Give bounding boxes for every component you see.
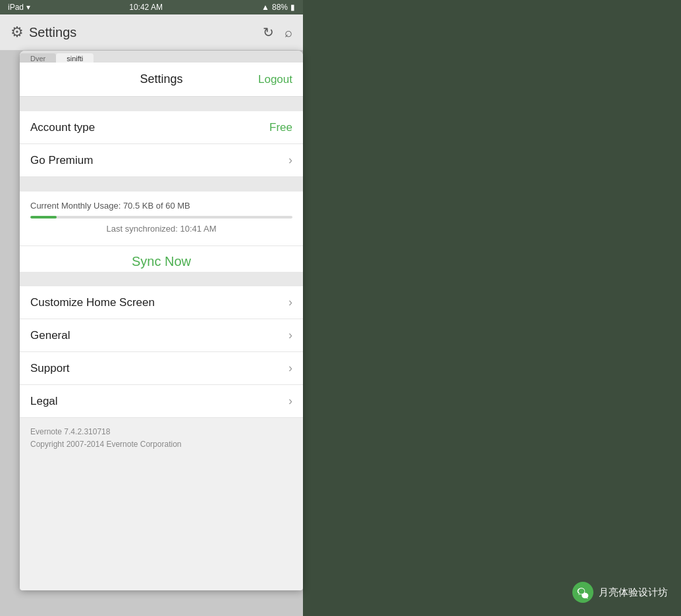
- legal-row[interactable]: Legal ›: [20, 385, 303, 418]
- sync-now-button[interactable]: Sync Now: [20, 246, 303, 272]
- general-chevron: ›: [288, 328, 292, 342]
- section-gap-2: [20, 177, 303, 192]
- settings-title: Settings: [140, 72, 182, 86]
- usage-text: Current Monthly Usage: 70.5 KB of 60 MB: [30, 201, 292, 211]
- battery-icon: ▮: [290, 3, 295, 12]
- tab-over[interactable]: Dver: [20, 53, 56, 63]
- app-header: ⚙ Settings ↻ ⌕: [0, 14, 303, 51]
- sync-now-area: Sync Now: [20, 246, 303, 272]
- footer-line-1: Evernote 7.4.2.310718: [30, 426, 292, 438]
- account-type-label: Account type: [30, 121, 95, 134]
- settings-header: Settings Logout: [20, 63, 303, 97]
- app-title-text: Settings: [29, 25, 76, 40]
- general-label: General: [30, 329, 70, 342]
- app-header-title: ⚙ Settings: [11, 24, 76, 41]
- status-bar: iPad ▾ 10:42 AM ▲ 88% ▮: [0, 0, 303, 14]
- footer-line-2: Copyright 2007-2014 Evernote Corporation: [30, 438, 292, 451]
- wechat-icon: [572, 582, 593, 603]
- legal-chevron: ›: [288, 394, 292, 408]
- general-row[interactable]: General ›: [20, 319, 303, 352]
- support-label: Support: [30, 362, 70, 375]
- go-premium-chevron: ›: [288, 153, 292, 167]
- account-type-value: Free: [269, 121, 292, 134]
- settings-panel: Dver sinifti Settings Logout Account typ…: [20, 51, 303, 590]
- dark-area: [303, 0, 681, 616]
- tab-sinifti[interactable]: sinifti: [56, 53, 94, 63]
- sync-now-label: Sync Now: [132, 254, 191, 269]
- progress-bar-container: [30, 216, 292, 218]
- customize-home-chevron: ›: [288, 295, 292, 309]
- last-sync-text: Last synchronized: 10:41 AM: [30, 224, 292, 234]
- signal-icon: ▲: [261, 3, 269, 12]
- header-actions: ↻ ⌕: [263, 24, 292, 40]
- wifi-icon: ▾: [26, 3, 30, 12]
- logout-button[interactable]: Logout: [258, 73, 292, 86]
- status-bar-time: 10:42 AM: [129, 3, 163, 12]
- support-chevron: ›: [288, 361, 292, 375]
- gear-icon: ⚙: [11, 24, 24, 41]
- section-gap-3: [20, 272, 303, 286]
- customize-home-row[interactable]: Customize Home Screen ›: [20, 286, 303, 319]
- watermark: 月亮体验设计坊: [572, 582, 668, 603]
- account-type-row: Account type Free: [20, 111, 303, 144]
- section-gap-1: [20, 97, 303, 111]
- support-row[interactable]: Support ›: [20, 352, 303, 385]
- progress-bar-fill: [30, 216, 57, 218]
- battery-text: 88%: [272, 3, 288, 12]
- status-bar-right: ▲ 88% ▮: [261, 3, 295, 12]
- go-premium-label: Go Premium: [30, 154, 93, 167]
- usage-section: Current Monthly Usage: 70.5 KB of 60 MB …: [20, 192, 303, 246]
- legal-label: Legal: [30, 395, 58, 408]
- customize-home-label: Customize Home Screen: [30, 296, 155, 309]
- go-premium-row[interactable]: Go Premium ›: [20, 144, 303, 177]
- watermark-text: 月亮体验设计坊: [599, 586, 668, 599]
- refresh-icon[interactable]: ↻: [263, 24, 274, 40]
- search-icon[interactable]: ⌕: [285, 25, 292, 40]
- footer-area: Evernote 7.4.2.310718 Copyright 2007-201…: [20, 418, 303, 459]
- status-bar-left: iPad ▾: [8, 3, 30, 12]
- carrier-text: iPad: [8, 3, 24, 12]
- panel-tabs: Dver sinifti: [20, 51, 303, 63]
